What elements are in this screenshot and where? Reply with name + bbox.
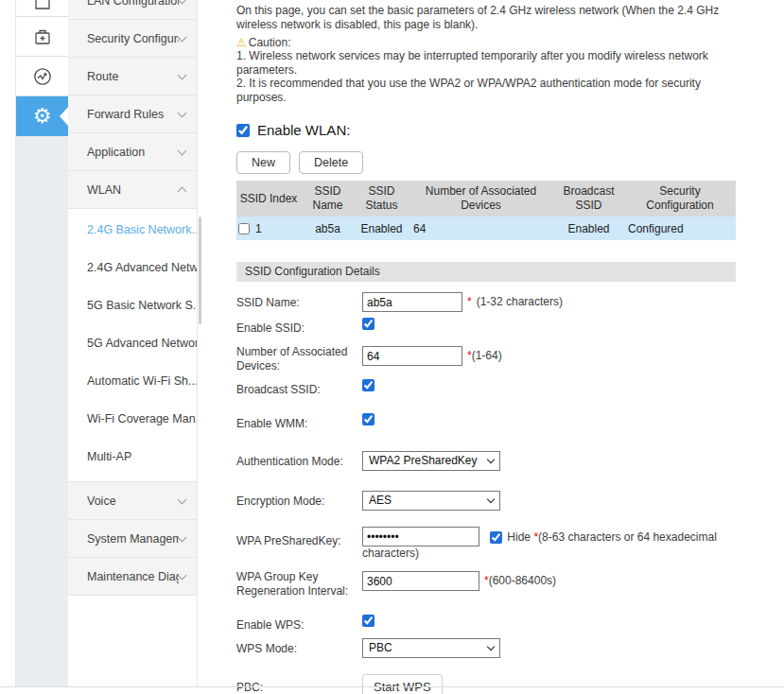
form-row-group-key: WPA Group Key Regeneration Interval: *(6… [236, 566, 736, 599]
submenu-item-5g-basic[interactable]: 5G Basic Network S... [68, 286, 197, 324]
chevron-down-icon [487, 456, 495, 463]
gear-icon: ⚙ [33, 106, 52, 127]
menu-item-route[interactable]: Route [68, 58, 197, 95]
gauge-icon [32, 66, 53, 87]
form-row-enable-wps: Enable WPS: [236, 615, 736, 633]
active-notch-pointer [60, 107, 68, 126]
page-description: On this page, you can set the basic para… [236, 4, 736, 32]
chevron-up-icon [178, 187, 187, 197]
form-row-broadcast-ssid: Broadcast SSID: [236, 379, 736, 397]
enable-ssid-checkbox[interactable] [362, 318, 375, 330]
encryption-mode-select[interactable]: AES [362, 491, 500, 511]
auth-mode-select[interactable]: WPA2 PreSharedKey [362, 451, 500, 471]
ssid-table: SSID Index SSID Name SSID Status Number … [236, 181, 736, 240]
submenu-item-24g-advanced[interactable]: 2.4G Advanced Netw... [68, 249, 197, 286]
menu-item-system-management[interactable]: System Management [68, 520, 197, 558]
new-button[interactable]: New [236, 151, 290, 174]
start-wps-button[interactable]: Start WPS [362, 674, 443, 694]
nav-scrollbar-thumb[interactable] [199, 217, 201, 324]
form-row-enable-ssid: Enable SSID: [236, 318, 736, 336]
chevron-down-icon [178, 70, 187, 79]
enable-wlan-row: Enable WLAN: [236, 122, 736, 138]
wps-mode-select[interactable]: PBC [362, 638, 500, 658]
required-asterisk: * [467, 295, 472, 309]
table-toolbar: New Delete [236, 151, 736, 174]
security-config-cell: Configured [624, 222, 736, 235]
ssid-name-cell: ab5a [301, 222, 355, 235]
ssid-name-input[interactable] [362, 292, 462, 312]
menu-item-voice[interactable]: Voice [68, 482, 197, 520]
ssid-index-cell: 1 [255, 222, 262, 235]
menu-item-application[interactable]: Application [68, 133, 197, 171]
wpa-psk-input[interactable] [362, 527, 479, 547]
chevron-down-icon [178, 532, 187, 542]
broadcast-ssid-cell: Enabled [553, 222, 624, 235]
num-devices-cell: 64 [409, 222, 553, 235]
rail-item-home[interactable] [16, 0, 68, 17]
submenu-item-5g-advanced[interactable]: 5G Advanced Networ... [68, 324, 197, 362]
menu-item-security-configuration[interactable]: Security Configura... [68, 20, 197, 58]
group-key-input[interactable] [362, 571, 479, 591]
enable-wlan-checkbox[interactable] [236, 124, 250, 137]
form-row-wps-mode: WPS Mode: PBC [236, 638, 736, 658]
form-row-enable-wmm: Enable WMM: [236, 413, 736, 431]
chevron-down-icon [178, 108, 187, 117]
menu-item-lan-configuration[interactable]: LAN Configuration [68, 0, 197, 20]
row-select-checkbox[interactable] [238, 223, 250, 234]
page-bottom-border [0, 686, 784, 687]
form-row-auth-mode: Authentication Mode: WPA2 PreSharedKey [236, 451, 736, 471]
chevron-down-icon [178, 32, 187, 42]
submenu-item-multi-ap[interactable]: Multi-AP [68, 438, 197, 476]
submenu-item-wifi-coverage[interactable]: Wi-Fi Coverage Man... [68, 400, 197, 438]
chevron-down-icon [487, 495, 495, 503]
ssid-config-form: SSID Name: * (1-32 characters) Enable SS… [236, 292, 736, 694]
router-admin-page: ⚙ LAN Configuration Security Configura..… [0, 0, 784, 694]
wlan-submenu: 2.4G Basic Network... 2.4G Advanced Netw… [68, 209, 197, 482]
caution-heading: ⚠Caution: [236, 36, 736, 49]
chevron-down-icon [178, 146, 187, 155]
chevron-down-icon [178, 570, 187, 580]
form-row-assoc-devices: Number of Associated Devices: *(1-64) [236, 341, 736, 373]
enable-wmm-checkbox[interactable] [362, 413, 375, 425]
chevron-down-icon [178, 0, 187, 4]
form-row-pbc: PBC: Start WPS [236, 674, 736, 694]
hide-psk-checkbox[interactable] [490, 531, 502, 544]
chevron-down-icon [178, 494, 187, 504]
caution-item-2: 2. It is recommended that you use the WP… [236, 77, 736, 104]
toolbox-plus-icon [33, 27, 52, 46]
caution-item-1: 1. Wireless network services may be inte… [236, 49, 736, 77]
broadcast-ssid-checkbox[interactable] [362, 379, 375, 391]
delete-button[interactable]: Delete [299, 151, 363, 174]
assoc-devices-input[interactable] [362, 346, 462, 366]
hide-psk-label: Hide [507, 530, 531, 545]
details-section-title: SSID Configuration Details [236, 262, 736, 282]
table-row[interactable]: 1 ab5a Enabled 64 Enabled Configured [236, 217, 736, 240]
main-content: On this page, you can set the basic para… [236, 0, 736, 694]
sidebar-icon-rail: ⚙ [15, 0, 68, 686]
rail-item-diagnostics[interactable] [16, 57, 68, 96]
sidebar-menu: LAN Configuration Security Configura... … [68, 0, 198, 686]
enable-wps-checkbox[interactable] [362, 615, 375, 627]
menu-item-wlan[interactable]: WLAN [68, 171, 197, 209]
ssid-status-cell: Enabled [355, 222, 409, 235]
menu-item-forward-rules[interactable]: Forward Rules [68, 95, 197, 133]
submenu-item-auto-wifi[interactable]: Automatic Wi-Fi Sh... [68, 362, 197, 400]
menu-item-maintenance-diagnosis[interactable]: Maintenance Diagno.. [68, 558, 197, 596]
enable-wlan-label: Enable WLAN: [257, 122, 350, 138]
form-row-encryption-mode: Encryption Mode: AES [236, 491, 736, 511]
ssid-table-header: SSID Index SSID Name SSID Status Number … [236, 181, 736, 217]
rail-item-services[interactable] [16, 17, 68, 57]
form-row-ssid-name: SSID Name: * (1-32 characters) [236, 292, 736, 312]
chevron-down-icon [487, 643, 495, 651]
warning-icon: ⚠ [236, 36, 247, 49]
form-row-wpa-psk: WPA PreSharedKey: Hide *(8-63 characters… [236, 527, 736, 561]
home-icon [33, 0, 52, 11]
submenu-item-24g-basic[interactable]: 2.4G Basic Network... [68, 211, 197, 249]
rail-item-settings[interactable]: ⚙ [16, 96, 68, 136]
